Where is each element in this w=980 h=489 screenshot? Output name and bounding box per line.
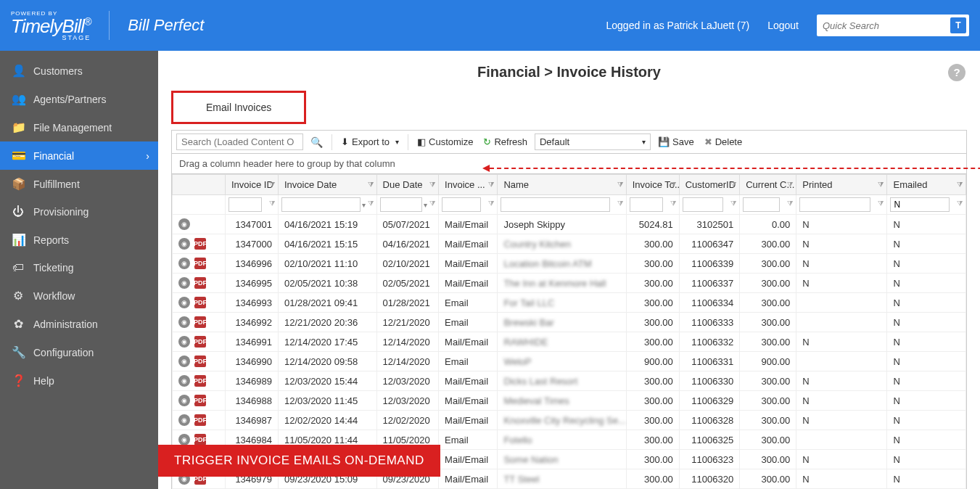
filter-input[interactable] (743, 197, 780, 212)
filter-icon[interactable]: ⧩ (617, 200, 623, 208)
filter-icon[interactable]: ⧩ (787, 181, 793, 189)
disc-icon[interactable]: ◉ (178, 316, 190, 328)
column-header[interactable]: Printed⧩ (796, 175, 887, 195)
email-invoices-button[interactable]: Email Invoices (171, 91, 306, 124)
logged-in-text[interactable]: Logged in as Patrick LaJuett (7) (606, 20, 750, 31)
quick-search[interactable]: T (817, 15, 969, 36)
filter-input[interactable] (281, 197, 361, 212)
filter-input[interactable] (890, 197, 950, 212)
help-icon[interactable]: ? (948, 64, 965, 81)
table-row[interactable]: ◉PDF134699602/10/2021 11:1002/10/2021Mai… (173, 254, 966, 274)
filter-icon[interactable]: ⧩ (617, 181, 623, 189)
filter-cell[interactable]: ⧩ (226, 195, 279, 215)
table-row[interactable]: ◉PDF134698912/03/2020 15:4412/03/2020Mai… (173, 371, 966, 391)
table-row[interactable]: ◉PDF134699301/28/2021 09:4101/28/2021Ema… (173, 293, 966, 313)
table-row[interactable]: ◉PDF134698712/02/2020 14:4412/02/2020Mai… (173, 411, 966, 430)
filter-icon[interactable]: ⧩ (269, 181, 275, 189)
filter-icon[interactable]: ⧩ (670, 200, 676, 208)
quick-search-input[interactable] (823, 20, 950, 31)
column-header[interactable] (173, 175, 226, 195)
filter-icon[interactable]: ⧩ (429, 181, 435, 189)
disc-icon[interactable]: ◉ (178, 414, 190, 426)
pdf-icon[interactable]: PDF (194, 434, 206, 445)
sidebar-item-configuration[interactable]: 🔧Configuration (0, 338, 158, 366)
save-button[interactable]: 💾Save (655, 135, 697, 149)
filter-icon[interactable]: ⧩ (878, 181, 884, 189)
sidebar-item-financial[interactable]: 💳Financial (0, 141, 158, 170)
sidebar-item-help[interactable]: ❓Help (0, 366, 158, 395)
filter-icon[interactable]: ⧩ (670, 181, 676, 189)
sidebar-item-agents-partners[interactable]: 👥Agents/Partners (0, 85, 158, 113)
filter-cell[interactable]: ⧩ (439, 195, 498, 215)
sidebar-item-file-management[interactable]: 📁File Management (0, 113, 158, 141)
sidebar-item-customers[interactable]: 👤Customers (0, 57, 158, 85)
filter-cell[interactable]: ▾⧩ (376, 195, 439, 215)
column-header[interactable]: Due Date⧩ (376, 175, 439, 195)
disc-icon[interactable]: ◉ (178, 297, 190, 308)
group-by-row[interactable]: Drag a column header here to group by th… (171, 154, 967, 174)
logout-link[interactable]: Logout (767, 20, 799, 31)
filter-icon[interactable]: ⧩ (368, 181, 374, 189)
table-row[interactable]: ◉PDF134699212/21/2020 20:3612/21/2020Ema… (173, 313, 966, 332)
filter-input[interactable] (799, 197, 870, 212)
filter-icon[interactable]: ⧩ (730, 200, 736, 208)
sidebar-item-reports[interactable]: 📊Reports (0, 226, 158, 254)
filter-icon[interactable]: ⧩ (787, 200, 793, 208)
table-row[interactable]: ◉PDF134699012/14/2020 09:5812/14/2020Ema… (173, 352, 966, 371)
disc-icon[interactable]: ◉ (178, 238, 190, 250)
filter-icon[interactable]: ⧩ (878, 200, 884, 208)
pdf-icon[interactable]: PDF (194, 258, 206, 269)
pdf-icon[interactable]: PDF (194, 316, 206, 328)
view-select[interactable]: Default▾ (535, 133, 651, 150)
table-row[interactable]: ◉PDF134699502/05/2021 10:3802/05/2021Mai… (173, 274, 966, 293)
export-button[interactable]: ⬇Export to▾ (338, 135, 402, 149)
pdf-icon[interactable]: PDF (194, 414, 206, 426)
filter-input[interactable] (630, 197, 663, 212)
table-row[interactable]: ◉134700104/16/2021 15:1905/07/2021Mail/E… (173, 215, 966, 234)
column-header[interactable]: Invoice Date⧩ (279, 175, 377, 195)
sidebar-item-fulfillment[interactable]: 📦Fulfillment (0, 170, 158, 198)
table-row[interactable]: ◉PDF134699112/14/2020 17:4512/14/2020Mai… (173, 332, 966, 352)
sidebar-item-ticketing[interactable]: 🏷Ticketing (0, 254, 158, 282)
disc-icon[interactable]: ◉ (178, 218, 190, 230)
filter-cell[interactable]: ⧩ (740, 195, 796, 215)
sidebar-item-provisioning[interactable]: ⏻Provisioning (0, 198, 158, 226)
refresh-button[interactable]: ↻Refresh (480, 135, 530, 149)
disc-icon[interactable]: ◉ (178, 336, 190, 348)
pdf-icon[interactable]: PDF (194, 238, 206, 250)
filter-input[interactable] (380, 197, 423, 212)
customize-button[interactable]: ◧Customize (414, 135, 476, 149)
table-row[interactable]: ◉PDF134698812/03/2020 11:4512/03/2020Mai… (173, 391, 966, 411)
filter-icon[interactable]: ⧩ (368, 200, 374, 208)
sidebar-item-workflow[interactable]: ⚙Workflow (0, 282, 158, 310)
filter-icon[interactable]: ⧩ (957, 200, 963, 208)
quick-search-button[interactable]: T (950, 17, 966, 33)
disc-icon[interactable]: ◉ (178, 395, 190, 406)
delete-button[interactable]: ✖Delete (701, 135, 746, 149)
filter-cell[interactable]: ⧩ (887, 195, 966, 215)
column-header[interactable]: Current C...⧩ (740, 175, 796, 195)
filter-input[interactable] (501, 197, 609, 212)
column-header[interactable]: Invoice To...⧩ (626, 175, 679, 195)
pdf-icon[interactable]: PDF (194, 395, 206, 406)
filter-input[interactable] (683, 197, 723, 212)
column-header[interactable]: Invoice ...⧩ (439, 175, 498, 195)
filter-icon[interactable]: ⧩ (730, 181, 736, 189)
filter-cell[interactable]: ⧩ (626, 195, 679, 215)
column-header[interactable]: Emailed⧩ (887, 175, 966, 195)
filter-cell[interactable]: ▾⧩ (279, 195, 377, 215)
filter-icon[interactable]: ⧩ (488, 181, 494, 189)
disc-icon[interactable]: ◉ (178, 258, 190, 269)
sidebar-item-administration[interactable]: ✿Administration (0, 310, 158, 338)
filter-icon[interactable]: ⧩ (269, 200, 275, 208)
filter-cell[interactable]: ⧩ (498, 195, 626, 215)
disc-icon[interactable]: ◉ (178, 375, 190, 387)
filter-cell[interactable]: ⧩ (796, 195, 887, 215)
filter-cell[interactable] (173, 195, 226, 215)
table-row[interactable]: ◉PDF134700004/16/2021 15:1504/16/2021Mai… (173, 234, 966, 254)
pdf-icon[interactable]: PDF (194, 277, 206, 289)
grid-search-input[interactable] (176, 133, 303, 150)
filter-input[interactable] (442, 197, 481, 212)
disc-icon[interactable]: ◉ (178, 277, 190, 289)
pdf-icon[interactable]: PDF (194, 297, 206, 308)
